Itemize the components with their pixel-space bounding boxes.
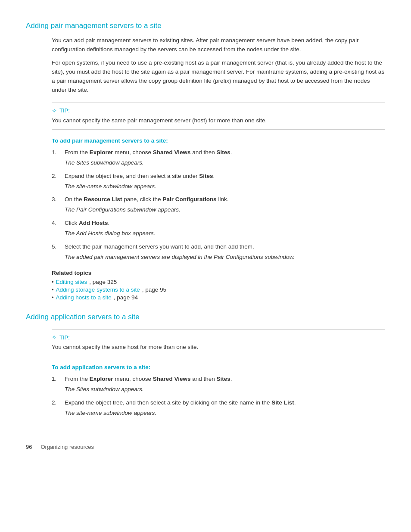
- section-title-pair-management: Adding pair management servers to a site: [26, 22, 385, 30]
- tip-icon-2: ✧: [52, 334, 57, 341]
- step-3: 3. On the Resource List pane, click the …: [52, 195, 385, 215]
- procedure-title-pair-management: To add pair management servers to a site…: [52, 137, 385, 144]
- app-step-num-2: 2.: [52, 398, 65, 418]
- section-pair-management: Adding pair management servers to a site…: [26, 22, 385, 301]
- app-step-2: 2. Expand the object tree, and then sele…: [52, 398, 385, 418]
- related-topics: Related topics Editing sites, page 325 A…: [52, 270, 385, 301]
- step-num-2: 2.: [52, 172, 65, 191]
- page-content: Adding pair management servers to a site…: [0, 0, 411, 476]
- step-4: 4. Click Add Hosts. The Add Hosts dialog…: [52, 219, 385, 238]
- steps-pair-management: 1. From the Explorer menu, choose Shared…: [52, 148, 385, 262]
- step-5: 5. Select the pair management servers yo…: [52, 243, 385, 262]
- intro-para-1: You can add pair management servers to e…: [52, 36, 385, 54]
- related-topics-title: Related topics: [52, 270, 385, 276]
- step-num-3: 3.: [52, 195, 65, 215]
- tip-label-text-2: TIP:: [59, 334, 70, 341]
- related-link-hosts[interactable]: Adding hosts to a site: [56, 294, 112, 301]
- app-step-1: 1. From the Explorer menu, choose Shared…: [52, 375, 385, 394]
- step-note-5: The added pair management servers are di…: [65, 253, 385, 262]
- step-content-1: From the Explorer menu, choose Shared Vi…: [65, 148, 385, 168]
- step-content-2: Expand the object tree, and then select …: [65, 172, 385, 191]
- list-item: Adding hosts to a site, page 94: [52, 294, 385, 301]
- step-2: 2. Expand the object tree, and then sele…: [52, 172, 385, 191]
- step-1: 1. From the Explorer menu, choose Shared…: [52, 148, 385, 168]
- step-content-5: Select the pair management servers you w…: [65, 243, 385, 262]
- related-link-editing-sites[interactable]: Editing sites: [56, 279, 87, 285]
- footer-section-label: Organizing resources: [40, 444, 94, 450]
- step-content-3: On the Resource List pane, click the Pai…: [65, 195, 385, 215]
- tip-text-pair-management: You cannot specify the same pair managem…: [52, 116, 385, 125]
- app-step-num-1: 1.: [52, 375, 65, 394]
- list-item: Adding storage systems to a site, page 9…: [52, 286, 385, 293]
- step-content-4: Click Add Hosts. The Add Hosts dialog bo…: [65, 219, 385, 238]
- related-topics-list: Editing sites, page 325 Adding storage s…: [52, 279, 385, 301]
- tip-label-application: ✧ TIP:: [52, 334, 385, 341]
- tip-icon: ✧: [52, 107, 57, 114]
- section-application-servers: Adding application servers to a site ✧ T…: [26, 313, 385, 418]
- procedure-title-application: To add application servers to a site:: [52, 364, 385, 370]
- steps-application: 1. From the Explorer menu, choose Shared…: [52, 375, 385, 418]
- app-step-content-1: From the Explorer menu, choose Shared Vi…: [65, 375, 385, 394]
- footer: 96 Organizing resources: [26, 444, 385, 450]
- step-note-3: The Pair Configurations subwindow appear…: [65, 205, 385, 215]
- section-title-application-servers: Adding application servers to a site: [26, 313, 385, 321]
- step-num-1: 1.: [52, 148, 65, 168]
- tip-label-pair-management: ✧ TIP:: [52, 107, 385, 114]
- app-step-note-1: The Sites subwindow appears.: [65, 385, 385, 394]
- intro-para-2: For open systems, if you need to use a p…: [52, 59, 385, 95]
- step-num-5: 5.: [52, 243, 65, 262]
- tip-label-text: TIP:: [59, 107, 70, 114]
- footer-page-number: 96: [26, 444, 32, 450]
- app-step-content-2: Expand the object tree, and then select …: [65, 398, 385, 418]
- tip-text-application: You cannot specify the same host for mor…: [52, 343, 385, 352]
- step-note-4: The Add Hosts dialog box appears.: [65, 229, 385, 238]
- app-step-note-2: The site-name subwindow appears.: [65, 409, 385, 418]
- tip-box-application-servers: ✧ TIP: You cannot specify the same host …: [52, 329, 385, 356]
- step-note-2: The site-name subwindow appears.: [65, 182, 385, 191]
- tip-box-pair-management: ✧ TIP: You cannot specify the same pair …: [52, 103, 385, 130]
- related-link-storage-systems[interactable]: Adding storage systems to a site: [56, 286, 140, 293]
- list-item: Editing sites, page 325: [52, 279, 385, 285]
- step-note-1: The Sites subwindow appears.: [65, 159, 385, 168]
- step-num-4: 4.: [52, 219, 65, 238]
